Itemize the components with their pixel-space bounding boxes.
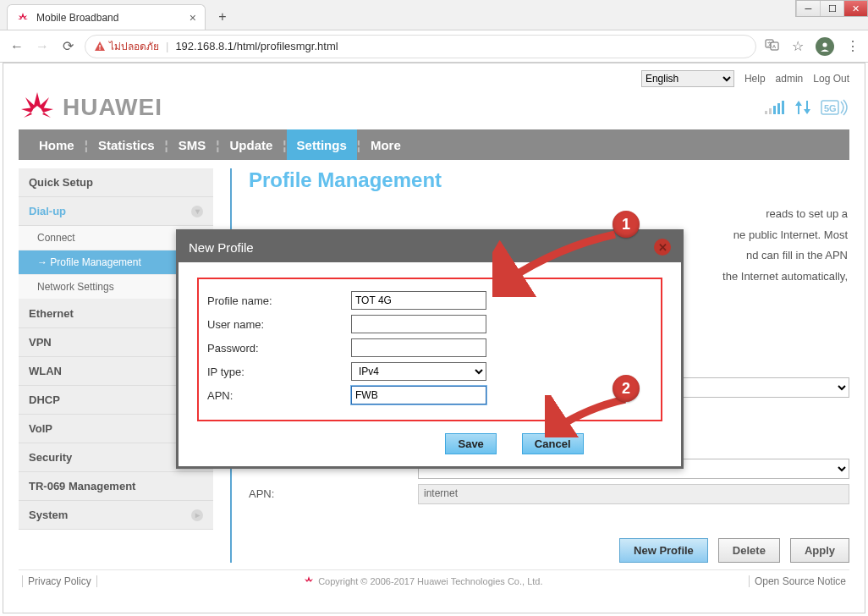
nav-more[interactable]: More	[360, 129, 411, 160]
star-icon[interactable]: ☆	[792, 38, 804, 54]
warning-triangle-icon	[94, 41, 106, 52]
svg-rect-7	[765, 111, 767, 114]
modal-title: New Profile	[189, 240, 254, 255]
help-link[interactable]: Help	[744, 73, 766, 85]
sidebar-system[interactable]: System▸	[19, 501, 213, 530]
nav-home[interactable]: Home	[29, 129, 85, 160]
save-button[interactable]: Save	[445, 433, 496, 454]
status-icons: 5G	[765, 98, 849, 117]
privacy-link[interactable]: Privacy Policy	[22, 575, 97, 587]
profile-avatar[interactable]	[816, 37, 834, 56]
reload-button[interactable]: ⟳	[59, 38, 76, 54]
five-g-icon: 5G	[821, 98, 849, 117]
address-bar: ← → ⟳ ไม่ปลอดภัย | 192.168.8.1/html/prof…	[0, 30, 868, 63]
huawei-small-icon	[303, 575, 315, 587]
nav-sms[interactable]: SMS	[168, 129, 217, 160]
oss-link[interactable]: Open Source Notice	[749, 575, 846, 587]
brand-name: HUAWEI	[63, 94, 162, 121]
annotation-arrow-1	[492, 229, 628, 297]
forward-button[interactable]: →	[34, 39, 51, 54]
action-buttons: New Profile Delete Apply	[249, 538, 849, 563]
profile-name-label: Profile name:	[207, 294, 351, 307]
svg-rect-1	[99, 48, 100, 49]
user-name-label: User name:	[207, 318, 351, 331]
chevron-right-icon: ▸	[191, 509, 203, 521]
ip-type-label: IP type:	[207, 366, 351, 378]
copyright: Copyright © 2006-2017 Huawei Technologie…	[303, 575, 542, 587]
password-input[interactable]	[351, 338, 486, 357]
page-viewport: English Help admin Log Out HUAWEI	[3, 63, 865, 613]
delete-button[interactable]: Delete	[718, 538, 780, 563]
huawei-logo-icon	[19, 91, 56, 124]
sidebar-dial-up[interactable]: Dial-up▾	[19, 197, 213, 226]
bg-apn-row: APN: internet	[249, 484, 849, 504]
svg-point-6	[822, 42, 827, 47]
apn-readonly: internet	[418, 484, 849, 504]
logout-link[interactable]: Log Out	[813, 73, 849, 85]
top-utility-row: English Help admin Log Out	[19, 70, 849, 87]
new-tab-button[interactable]: +	[211, 5, 234, 29]
apn-label-modal: APN:	[207, 389, 351, 402]
annotation-badge-1: 1	[613, 211, 640, 238]
translate-icon[interactable]: 文A	[765, 37, 780, 56]
nav-update[interactable]: Update	[220, 129, 283, 160]
svg-rect-10	[777, 103, 780, 114]
brand-logo: HUAWEI	[19, 91, 162, 124]
tab-title: Mobile Broadband	[36, 12, 118, 24]
annotation-badge-2: 2	[613, 375, 640, 402]
url-text: 192.168.8.1/html/profilesmgr.html	[175, 40, 338, 52]
svg-text:5G: 5G	[824, 103, 837, 113]
tab-bar: Mobile Broadband × +	[0, 0, 868, 30]
password-label: Password:	[207, 342, 351, 355]
apply-button[interactable]: Apply	[790, 538, 849, 563]
footer: Privacy Policy Copyright © 2006-2017 Hua…	[19, 569, 849, 592]
svg-rect-9	[773, 106, 776, 114]
insecure-warning: ไม่ปลอดภัย	[94, 38, 159, 54]
nav-settings[interactable]: Settings	[287, 129, 357, 160]
back-button[interactable]: ←	[8, 39, 25, 54]
window-controls: ─ ☐ ✕	[795, 0, 868, 17]
url-field[interactable]: ไม่ปลอดภัย | 192.168.8.1/html/profilesmg…	[85, 35, 756, 58]
browser-tab[interactable]: Mobile Broadband ×	[7, 4, 206, 30]
updown-arrows-icon	[794, 99, 812, 116]
maximize-button[interactable]: ☐	[820, 1, 843, 16]
huawei-favicon	[16, 11, 30, 25]
tab-close-icon[interactable]: ×	[190, 11, 196, 25]
sidebar-quick-setup[interactable]: Quick Setup	[19, 168, 213, 197]
nav-statistics[interactable]: Statistics	[88, 129, 165, 160]
page-title: Profile Management	[249, 168, 849, 192]
profile-name-input[interactable]	[351, 291, 486, 310]
minimize-button[interactable]: ─	[796, 1, 820, 16]
apn-input[interactable]	[351, 386, 486, 404]
svg-rect-11	[782, 101, 784, 114]
apn-label: APN:	[249, 487, 418, 500]
user-name-input[interactable]	[351, 315, 486, 333]
svg-rect-0	[99, 45, 100, 48]
main-nav: Home¦ Statistics¦ SMS¦ Update¦ Settings¦…	[19, 129, 849, 160]
admin-link[interactable]: admin	[776, 73, 804, 85]
svg-text:A: A	[772, 44, 776, 49]
ip-type-select[interactable]: IPv4	[351, 362, 486, 381]
close-window-button[interactable]: ✕	[843, 1, 867, 16]
kebab-menu-icon[interactable]: ⋮	[846, 38, 860, 54]
chevron-down-icon: ▾	[191, 206, 203, 217]
language-select[interactable]: English	[641, 70, 734, 87]
svg-rect-8	[769, 108, 772, 114]
sidebar-tr069[interactable]: TR-069 Management	[19, 472, 213, 501]
modal-close-button[interactable]: ✕	[654, 239, 671, 256]
signal-bars-icon	[765, 99, 785, 116]
new-profile-button[interactable]: New Profile	[619, 538, 708, 563]
